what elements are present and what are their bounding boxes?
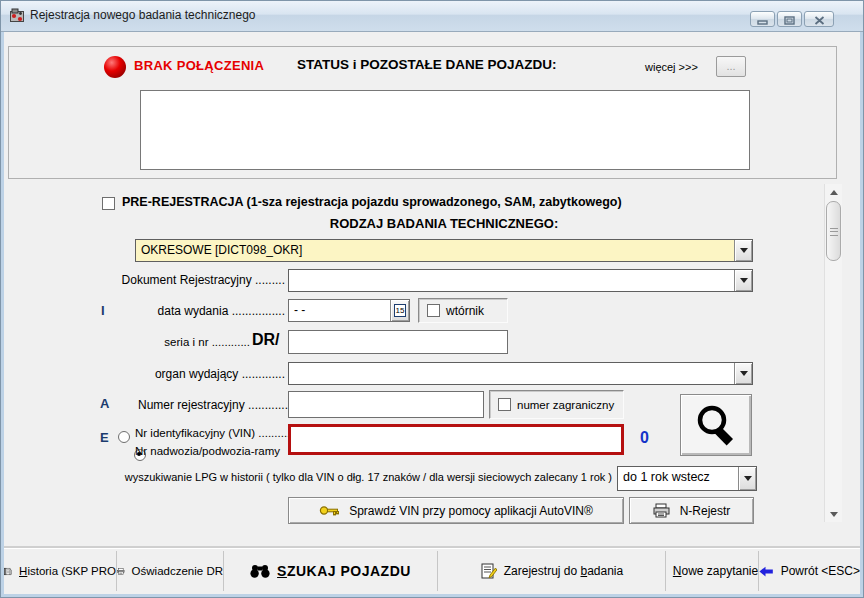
scrollbar-thumb[interactable]: [826, 201, 841, 261]
autovin-button-label: Sprawdź VIN przy pomocy aplikacji AutoVI…: [349, 504, 593, 518]
window-border-left: [0, 32, 4, 598]
magnifier-icon: [693, 402, 739, 448]
document-label: Dokument Rejestracyjny .........: [100, 273, 285, 287]
section-letter-a: A: [100, 396, 109, 411]
history-document-icon: [4, 564, 12, 579]
new-query-button-label: Nowe zapytanie: [673, 564, 758, 578]
document-dropdown-arrow[interactable]: [734, 270, 752, 291]
chevron-down-icon: [830, 512, 838, 517]
connection-status-text: BRAK POŁĄCZENIA: [134, 58, 264, 73]
vin-radio[interactable]: [118, 431, 130, 443]
register-book-icon: [653, 503, 670, 518]
close-icon: [814, 16, 825, 25]
register-exam-button[interactable]: Zarejestruj do badania: [438, 551, 666, 591]
window-border-bottom: [0, 594, 864, 598]
authority-label: organ wydający .............: [100, 367, 285, 381]
binoculars-icon: [250, 564, 270, 578]
back-button-label: Powrót <ESC>: [781, 564, 860, 578]
calendar-button[interactable]: 15: [390, 300, 409, 321]
statement-button[interactable]: Oświadczenie DR: [117, 551, 224, 591]
foreign-number-panel: numer zagraniczny: [489, 390, 624, 419]
nrejestr-button-label: N-Rejestr: [680, 504, 731, 518]
pre-registration-label: PRE-REJESTRACJA (1-sza rejestracja pojaz…: [122, 195, 622, 209]
scroll-down-arrow[interactable]: [825, 506, 842, 522]
exam-type-combo[interactable]: OKRESOWE [DICT098_OKR]: [135, 239, 753, 262]
vertical-scrollbar[interactable]: [824, 184, 842, 522]
document-value: [289, 270, 734, 291]
document-combo[interactable]: [288, 269, 753, 292]
foreign-number-label: numer zagraniczny: [517, 399, 614, 411]
search-vehicle-button-label: SZUKAJ POJAZDU: [277, 563, 411, 579]
back-arrow-icon: [759, 565, 774, 578]
vin-input[interactable]: [288, 424, 624, 455]
chevron-down-icon: [744, 476, 752, 481]
foreign-number-checkbox[interactable]: [498, 398, 511, 411]
reg-number-input[interactable]: [288, 391, 484, 418]
printer-icon: [117, 564, 125, 579]
application-window: Rejestracja nowego badania technicznego …: [0, 0, 864, 598]
nrejestr-button[interactable]: N-Rejestr: [629, 497, 754, 524]
vehicle-status-textarea[interactable]: [140, 90, 750, 170]
maximize-button[interactable]: [777, 11, 802, 27]
lpg-search-label: wyszukiwanie LPG w historii ( tylko dla …: [110, 471, 612, 483]
history-button[interactable]: Historia (SKP PRO: [4, 551, 117, 591]
autovin-button[interactable]: Sprawdź VIN przy pomocy aplikacji AutoVI…: [288, 497, 624, 524]
authority-combo[interactable]: [288, 362, 753, 385]
titlebar[interactable]: Rejestracja nowego badania technicznego: [0, 0, 864, 32]
window-title: Rejestracja nowego badania technicznego: [30, 8, 256, 22]
lpg-range-value: do 1 rok wstecz: [618, 467, 738, 490]
key-icon: [319, 504, 339, 517]
chevron-down-icon: [740, 278, 748, 283]
minimize-button[interactable]: [750, 11, 775, 27]
issue-date-value: - -: [289, 300, 390, 321]
exam-type-dropdown-arrow[interactable]: [734, 240, 752, 261]
chevron-down-icon: [740, 371, 748, 376]
pre-registration-checkbox[interactable]: [102, 197, 115, 210]
history-button-label: Historia (SKP PRO: [19, 565, 116, 577]
search-vehicle-button[interactable]: SZUKAJ POJAZDU: [224, 551, 438, 591]
duplicate-label: wtórnik: [446, 304, 484, 318]
more-button[interactable]: ...: [716, 56, 746, 77]
scrollbar-grip-icon: [830, 228, 838, 236]
back-button[interactable]: Powrót <ESC>: [759, 551, 860, 591]
lpg-dropdown-arrow[interactable]: [738, 467, 756, 490]
duplicate-checkbox[interactable]: [427, 304, 440, 317]
connection-status-icon: [104, 56, 126, 78]
series-input[interactable]: [288, 330, 508, 354]
status-heading: STATUS i POZOSTAŁE DANE POJAZDU:: [297, 57, 557, 72]
chevron-up-icon: [830, 190, 838, 195]
maximize-icon: [784, 16, 795, 25]
section-letter-i: I: [101, 303, 105, 318]
series-prefix: DR/: [252, 331, 280, 349]
section-letter-e: E: [100, 430, 109, 445]
duplicate-panel: wtórnik: [418, 298, 508, 323]
authority-dropdown-arrow[interactable]: [734, 363, 752, 384]
vin-length-counter: 0: [640, 429, 649, 447]
lpg-range-combo[interactable]: do 1 rok wstecz: [617, 466, 757, 491]
issue-date-label: data wydania ................: [138, 304, 285, 318]
new-query-button[interactable]: Nowe zapytanie: [666, 551, 759, 591]
scroll-up-arrow[interactable]: [825, 184, 842, 200]
close-button[interactable]: [804, 11, 834, 27]
register-form-icon: [480, 563, 497, 579]
calendar-icon: 15: [394, 304, 406, 317]
app-icon: [9, 8, 25, 24]
more-link[interactable]: więcej >>>: [645, 61, 698, 73]
statement-button-label: Oświadczenie DR: [132, 565, 223, 577]
chevron-down-icon: [740, 248, 748, 253]
search-vehicle-quick-button[interactable]: [680, 394, 752, 456]
minimize-icon: [757, 16, 768, 25]
authority-value: [289, 363, 734, 384]
vin-radio-label: Nr identyfikacyjny (VIN) ...........: [135, 427, 293, 439]
body-radio-label: Nr nadwozia/podwozia-ramy: [135, 445, 280, 457]
exam-type-value: OKRESOWE [DICT098_OKR]: [136, 240, 734, 261]
footer-separator: [0, 546, 864, 549]
register-exam-button-label: Zarejestruj do badania: [504, 564, 623, 578]
series-label: seria i nr ............: [138, 336, 250, 348]
reg-number-label: Numer rejestracyjny .................: [138, 398, 305, 412]
window-border-right: [860, 32, 864, 598]
exam-type-heading: RODZAJ BADANIA TECHNICZNEGO:: [135, 216, 753, 231]
issue-date-field[interactable]: - - 15: [288, 299, 410, 322]
